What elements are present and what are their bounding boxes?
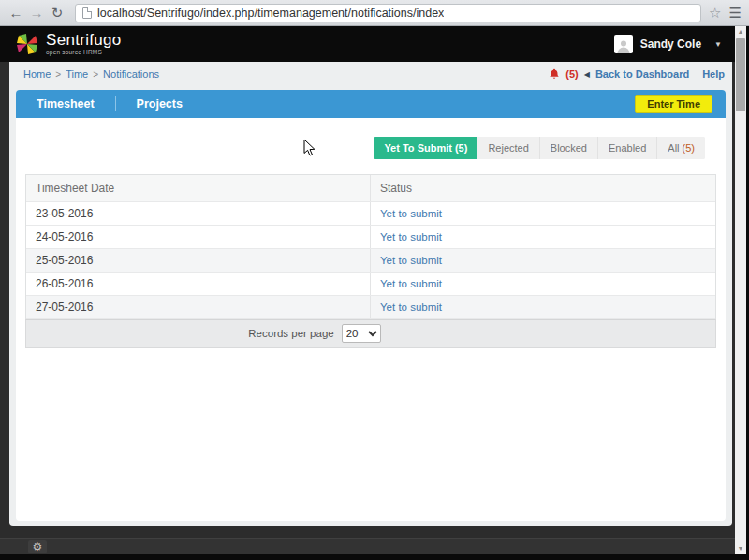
back-to-dashboard-link[interactable]: Back to Dashboard	[595, 68, 689, 80]
enter-time-button[interactable]: Enter Time	[635, 95, 712, 113]
status-filter-group: Yet To Submit(5)RejectedBlockedEnabledAl…	[374, 137, 705, 159]
address-bar[interactable]: localhost/Sentrifugo/index.php/timemanag…	[75, 4, 701, 22]
breadcrumb-row: Home>Time>Notifications (5) ◀ Back to Da…	[9, 62, 732, 86]
scrollbar-up-icon[interactable]: ▲	[735, 26, 746, 37]
browser-back-icon[interactable]: ←	[6, 6, 26, 20]
tab-projects[interactable]: Projects	[116, 97, 203, 111]
scrollbar-down-icon[interactable]: ▼	[735, 543, 746, 554]
status-link[interactable]: Yet to submit	[380, 278, 442, 289]
settings-gear-button[interactable]: ⚙	[28, 540, 47, 553]
status-link[interactable]: Yet to submit	[380, 255, 442, 266]
breadcrumb-separator: >	[93, 69, 98, 80]
breadcrumb-item-home[interactable]: Home	[23, 68, 51, 80]
records-per-page-select[interactable]: 20	[342, 324, 381, 343]
back-arrow-icon: ◀	[584, 70, 590, 79]
url-text[interactable]: localhost/Sentrifugo/index.php/timemanag…	[97, 7, 444, 20]
status-cell: Yet to submit	[371, 202, 715, 225]
status-cell: Yet to submit	[371, 296, 715, 318]
status-cell: Yet to submit	[371, 226, 715, 248]
browser-chrome: ← → ↻ localhost/Sentrifugo/index.php/tim…	[0, 0, 749, 26]
help-link[interactable]: Help	[702, 68, 725, 80]
status-cell: Yet to submit	[371, 273, 715, 295]
brand-name: Sentrifugo	[46, 32, 122, 48]
utility-links: (5) ◀ Back to Dashboard Help	[549, 68, 725, 80]
site-header: Sentrifugo open source HRMS Sandy Cole ▼	[0, 26, 735, 62]
browser-menu-icon[interactable]: ☰	[729, 6, 742, 20]
content-wrapper: Home>Time>Notifications (5) ◀ Back to Da…	[9, 62, 732, 526]
timesheet-date-cell: 27-05-2016	[26, 296, 371, 318]
alert-count[interactable]: (5)	[565, 68, 578, 80]
filter-yet-to-submit[interactable]: Yet To Submit(5)	[374, 137, 477, 159]
status-filter-row: Yet To Submit(5)RejectedBlockedEnabledAl…	[16, 137, 705, 159]
filter-count: (5)	[455, 142, 467, 154]
main-card: Timesheet Projects Enter Time Yet To Sub…	[16, 90, 726, 521]
breadcrumb-separator: >	[55, 69, 61, 80]
table-body: 23-05-2016Yet to submit24-05-2016Yet to …	[26, 202, 715, 319]
column-header-date: Timesheet Date	[26, 175, 371, 201]
user-menu[interactable]: Sandy Cole ▼	[614, 26, 722, 62]
brand-logo[interactable]: Sentrifugo open source HRMS	[15, 32, 122, 56]
breadcrumb-item-notifications[interactable]: Notifications	[103, 68, 159, 80]
person-icon	[616, 38, 631, 53]
records-per-page-label: Records per page	[248, 328, 333, 339]
table-header-row: Timesheet Date Status	[26, 175, 715, 202]
mouse-cursor	[303, 139, 316, 161]
brand-tagline: open source HRMS	[46, 50, 122, 56]
module-nav-bar: Timesheet Projects Enter Time	[16, 90, 726, 118]
table-row: 26-05-2016Yet to submit	[26, 273, 715, 296]
filter-count: (5)	[683, 142, 695, 154]
timesheet-date-cell: 25-05-2016	[26, 249, 371, 272]
browser-reload-icon[interactable]: ↻	[47, 6, 67, 20]
column-header-status: Status	[371, 175, 715, 201]
gear-icon: ⚙	[33, 541, 43, 553]
table-row: 24-05-2016Yet to submit	[26, 226, 715, 249]
filter-rejected[interactable]: Rejected	[477, 137, 539, 159]
status-link[interactable]: Yet to submit	[380, 231, 442, 243]
chevron-down-icon[interactable]: ▼	[714, 40, 722, 49]
bell-icon[interactable]	[549, 68, 560, 80]
table-row: 27-05-2016Yet to submit	[26, 296, 715, 319]
page-icon	[82, 7, 92, 19]
table-row: 23-05-2016Yet to submit	[26, 202, 715, 226]
bookmark-star-icon[interactable]: ☆	[709, 6, 721, 20]
vertical-scrollbar[interactable]: ▲ ▼	[735, 26, 746, 554]
timesheet-date-cell: 23-05-2016	[26, 202, 371, 225]
status-link[interactable]: Yet to submit	[380, 302, 442, 313]
tab-timesheet[interactable]: Timesheet	[16, 97, 115, 111]
breadcrumb: Home>Time>Notifications	[23, 68, 159, 80]
page-viewport: Sentrifugo open source HRMS Sandy Cole ▼…	[0, 26, 735, 554]
avatar	[614, 35, 633, 53]
filter-blocked[interactable]: Blocked	[540, 137, 598, 159]
filter-enabled[interactable]: Enabled	[598, 137, 657, 159]
status-cell: Yet to submit	[371, 249, 715, 272]
user-name[interactable]: Sandy Cole	[640, 37, 701, 51]
scrollbar-thumb[interactable]	[736, 38, 745, 111]
pagination-bar: Records per page 20	[25, 319, 716, 348]
timesheet-table: Timesheet Date Status 23-05-2016Yet to s…	[25, 174, 716, 319]
status-link[interactable]: Yet to submit	[380, 208, 442, 219]
sentrifugo-pinwheel-icon	[15, 32, 39, 56]
timesheet-date-cell: 26-05-2016	[26, 273, 371, 295]
site-footer-bar: ⚙	[0, 538, 735, 554]
browser-forward-icon[interactable]: →	[26, 6, 47, 20]
breadcrumb-item-time[interactable]: Time	[66, 68, 88, 80]
filter-all[interactable]: All(5)	[657, 137, 705, 159]
table-row: 25-05-2016Yet to submit	[26, 249, 715, 273]
timesheet-date-cell: 24-05-2016	[26, 226, 371, 248]
